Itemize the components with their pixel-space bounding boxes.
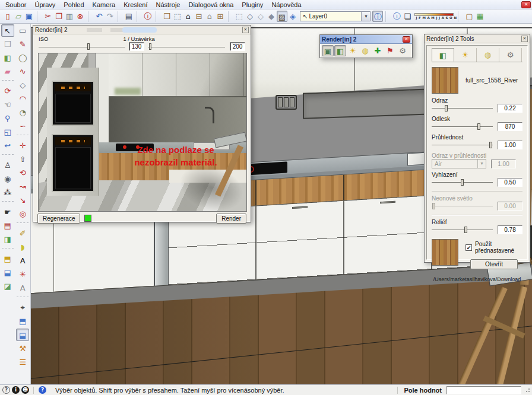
- flag-light-icon[interactable]: ⚑: [384, 45, 396, 56]
- tab-environment[interactable]: ☀: [454, 48, 477, 62]
- tab-settings[interactable]: ⚙: [499, 48, 522, 62]
- add-light-icon[interactable]: ✚: [372, 45, 384, 56]
- styles-box-icon[interactable]: ◨: [1, 233, 14, 246]
- pie-tool-icon[interactable]: ◔: [16, 106, 29, 119]
- shutter-value[interactable]: 200: [230, 42, 245, 51]
- model-viewport[interactable]: Render[in] 2 ✕ ISO 1 / Uzávěrka 130 200: [31, 24, 532, 384]
- scale-tool-icon[interactable]: ↘: [16, 194, 29, 206]
- menu-soubor[interactable]: Soubor: [1, 1, 30, 9]
- protractor-icon[interactable]: ◗: [16, 241, 29, 253]
- relief-value[interactable]: 0.78: [498, 225, 522, 234]
- move-tool-icon[interactable]: ✛: [16, 139, 29, 152]
- orbit-icon[interactable]: ⟳: [1, 85, 14, 97]
- relief-slider[interactable]: [432, 226, 493, 234]
- position-camera-icon[interactable]: ♙: [1, 159, 14, 171]
- print-icon[interactable]: ▤: [124, 11, 134, 22]
- bump-thumbnail[interactable]: [432, 239, 458, 266]
- axes-tool-icon[interactable]: ✳: [16, 268, 29, 281]
- rectangle-tool-icon[interactable]: ▭: [16, 24, 29, 37]
- section-plane-icon[interactable]: ☛: [1, 206, 14, 218]
- odraz-slider[interactable]: [432, 104, 493, 112]
- measurements-input[interactable]: [446, 386, 521, 394]
- zoom-previous-icon[interactable]: ↩: [1, 139, 14, 152]
- open-button[interactable]: Otevřít: [470, 259, 518, 269]
- settings-icon[interactable]: ⚙: [397, 45, 408, 56]
- zoom-window-icon[interactable]: ◱: [1, 126, 14, 138]
- environment-icon[interactable]: ☀: [347, 45, 359, 56]
- offset-tool-icon[interactable]: ◎: [16, 208, 29, 220]
- text-tool-icon[interactable]: A: [16, 254, 29, 267]
- export-image-icon[interactable]: ▦: [474, 11, 485, 22]
- render-preview-icon[interactable]: ▣: [322, 45, 334, 56]
- select-tool[interactable]: ↖: [1, 24, 14, 37]
- compass-icon[interactable]: ⌖: [16, 301, 29, 314]
- copy-icon[interactable]: ❐: [53, 11, 64, 22]
- model-info-icon[interactable]: ⓘ: [142, 11, 153, 22]
- renderin-toolbar-titlebar[interactable]: Render[in] 2 ✕: [320, 35, 412, 44]
- signin-icon[interactable]: ☻: [21, 386, 29, 394]
- iso-slider[interactable]: [39, 43, 125, 51]
- textured-style-icon[interactable]: ▨: [277, 11, 287, 22]
- preset-checkbox[interactable]: ✔: [466, 244, 472, 251]
- shadow-dialog-icon[interactable]: ❏: [402, 11, 413, 22]
- save-icon[interactable]: ▣: [24, 11, 34, 22]
- renderin-render-icon[interactable]: ⬒: [16, 315, 29, 327]
- shutter-slider[interactable]: [148, 43, 225, 51]
- tape-measure-icon[interactable]: ✐: [16, 227, 29, 240]
- paint-bucket-icon[interactable]: ◧: [1, 52, 14, 64]
- material-editor-icon[interactable]: ◧: [334, 45, 346, 56]
- vyhlazeni-slider[interactable]: [432, 179, 493, 186]
- freehand-tool-icon[interactable]: ∿: [16, 65, 29, 78]
- menu-pluginy[interactable]: Pluginy: [238, 1, 267, 9]
- polygon-tool-icon[interactable]: ◇: [16, 79, 29, 91]
- frame-style-icon[interactable]: ▢: [464, 11, 474, 22]
- solid-intersect-icon[interactable]: ⬓: [1, 266, 14, 279]
- delete-icon[interactable]: ⊗: [75, 11, 86, 22]
- menu-napoveda[interactable]: Nápověda: [267, 1, 305, 9]
- monochrome-style-icon[interactable]: ◈: [287, 11, 298, 22]
- tab-lights[interactable]: ◍: [477, 48, 499, 62]
- redo-icon[interactable]: ↷: [104, 11, 115, 22]
- render-button[interactable]: Render: [216, 214, 246, 224]
- plugin-wrench-icon[interactable]: ⚒: [16, 342, 29, 355]
- solid-shell-icon[interactable]: ⬒: [1, 253, 14, 265]
- chevron-down-icon[interactable]: ▾: [361, 12, 370, 21]
- menu-nastroje[interactable]: Nástroje: [151, 1, 184, 9]
- menu-dialogova-okna[interactable]: Dialogová okna: [184, 1, 238, 9]
- cabinet-icon[interactable]: ⊟: [194, 11, 204, 22]
- odlesk-slider[interactable]: [432, 123, 493, 130]
- menu-upravy[interactable]: Úpravy: [30, 1, 59, 9]
- component-box-icon[interactable]: ⬚: [172, 11, 183, 22]
- credits-icon[interactable]: i: [12, 386, 20, 394]
- vyhlazeni-value[interactable]: 0.50: [498, 178, 522, 187]
- render-window-titlebar[interactable]: Render[in] 2 ✕: [33, 26, 251, 34]
- tab-materials[interactable]: ◧: [432, 48, 454, 62]
- menu-kamera[interactable]: Kamera: [88, 1, 120, 9]
- hidden-line-style-icon[interactable]: ◇: [255, 11, 266, 22]
- material-thumbnail[interactable]: [432, 67, 458, 94]
- rotate-tool-icon[interactable]: ⟲: [16, 167, 29, 179]
- threed-text-icon[interactable]: A: [16, 282, 29, 294]
- regenerate-button[interactable]: Regenerace: [37, 214, 80, 224]
- dresser-icon[interactable]: ⊞: [215, 11, 226, 22]
- close-icon[interactable]: ✕: [521, 36, 528, 42]
- refraction-select[interactable]: Air ▾: [432, 159, 486, 168]
- follow-me-icon[interactable]: ↝: [16, 180, 29, 193]
- xray-style-icon[interactable]: ⬚: [234, 11, 245, 22]
- menu-pohled[interactable]: Pohled: [59, 1, 88, 9]
- warehouse-icon[interactable]: ❒: [162, 11, 172, 22]
- pan-icon[interactable]: ☜: [1, 98, 14, 111]
- look-around-icon[interactable]: ◉: [1, 173, 14, 185]
- entity-info-icon[interactable]: ⓘ: [391, 11, 402, 22]
- wireframe-style-icon[interactable]: ◇: [245, 11, 255, 22]
- cut-icon[interactable]: ✂: [43, 11, 53, 22]
- layer-combo[interactable]: ↖ Layer0 ▾: [300, 11, 370, 21]
- shaded-style-icon[interactable]: ◆: [266, 11, 277, 22]
- push-pull-icon[interactable]: ⇧: [16, 153, 29, 165]
- materials-browser-icon[interactable]: ▤: [1, 219, 14, 232]
- undo-icon[interactable]: ↶: [94, 11, 104, 22]
- open-file-icon[interactable]: ▱: [13, 11, 24, 22]
- document-close-button[interactable]: ✕: [521, 1, 531, 8]
- chevron-down-icon[interactable]: ▾: [477, 160, 486, 168]
- house-outline-icon[interactable]: ⌂: [204, 11, 215, 22]
